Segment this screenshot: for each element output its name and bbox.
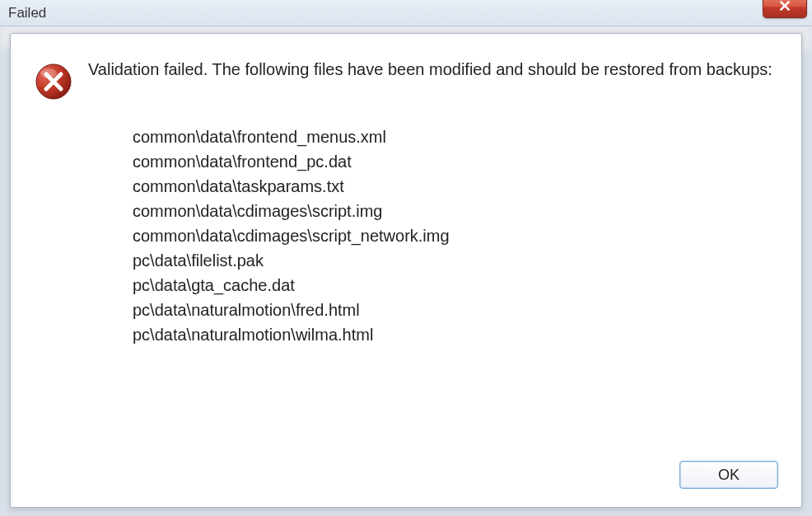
- close-button[interactable]: [763, 0, 807, 18]
- list-item: pc\data\filelist.pak: [133, 248, 778, 273]
- list-item: common\data\cdimages\script_network.img: [133, 223, 778, 248]
- list-item: pc\data\naturalmotion\fred.html: [133, 298, 778, 322]
- list-item: common\data\cdimages\script.img: [133, 199, 778, 223]
- list-item: pc\data\naturalmotion\wilma.html: [133, 322, 778, 347]
- file-list: common\data\frontend_menus.xml common\da…: [133, 124, 778, 347]
- titlebar[interactable]: Failed: [0, 0, 812, 26]
- button-row: OK: [34, 446, 778, 489]
- ok-button[interactable]: OK: [679, 461, 778, 489]
- dialog-title: Failed: [8, 5, 46, 21]
- close-icon: [779, 0, 791, 14]
- message-row: Validation failed. The following files h…: [34, 59, 778, 101]
- list-item: common\data\taskparams.txt: [133, 174, 778, 199]
- error-dialog: Failed: [0, 0, 812, 516]
- list-item: common\data\frontend_pc.dat: [133, 149, 778, 174]
- error-icon: [34, 62, 73, 101]
- error-message: Validation failed. The following files h…: [88, 59, 778, 81]
- dialog-body: Validation failed. The following files h…: [10, 33, 802, 508]
- list-item: pc\data\gta_cache.dat: [133, 273, 778, 298]
- list-item: common\data\frontend_menus.xml: [133, 124, 778, 149]
